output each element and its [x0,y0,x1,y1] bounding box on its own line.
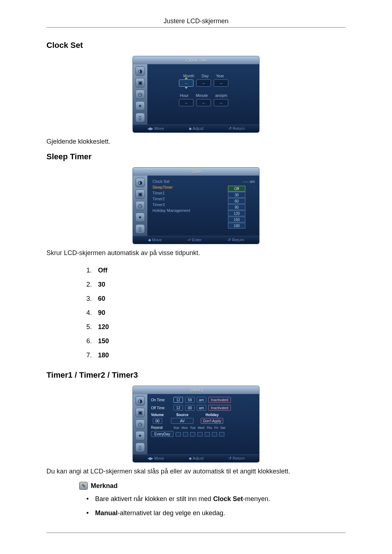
source-val[interactable]: AV [171,418,193,424]
opt-150[interactable]: 150 [228,217,245,222]
list-item: 30 [94,278,346,292]
bullet-item: Manual-alternativet lar deg velge en uke… [86,506,346,520]
label-minute: Minute [196,93,208,98]
field-hour[interactable]: -- [179,99,193,106]
field-minute[interactable]: -- [196,99,211,106]
holiday-head: Holiday [205,413,219,417]
day-wed[interactable] [197,432,203,436]
osd-timer1-title: Timer1 [189,387,203,393]
opt-30[interactable]: 30 [228,192,245,198]
footer-rule [46,533,346,533]
note-label: Merknad [91,482,118,490]
label-hour: Hour [180,93,189,98]
picture-icon[interactable]: ◑ [135,178,145,187]
osd-timer1: Timer1 ◑ ▣ ◷ ✦ ▯ On Time 12 59 am Inacti… [132,386,260,463]
osd-sidebar-icons: ◑ ▣ ◷ ✦ ▯ [133,176,147,236]
sleep-options-list: Off 30 60 90 120 150 180 [94,263,346,362]
footer-return: ↺ Return [228,456,245,461]
footer-move: ◀▶ Move [147,456,164,461]
opt-90[interactable]: 90 [228,204,245,210]
footer-enter: ⏎ Enter [188,238,201,242]
footer-adjust: ◆ Adjust [189,456,204,461]
repeat-label: Repeat [151,426,171,430]
off-time-label: Off Time [151,406,171,410]
volume-head: Volume [151,413,164,417]
off-minute[interactable]: 00 [185,405,195,411]
opt-180[interactable]: 180 [228,223,245,229]
off-ampm[interactable]: am [197,405,206,411]
bullet-item: Bare aktivert når klokken er stilt inn m… [86,492,346,506]
list-item: Off [94,263,346,278]
heading-clock-set: Clock Set [46,41,346,50]
list-item: 60 [94,292,346,306]
multi-icon[interactable]: ▯ [135,224,145,234]
opt-120[interactable]: 120 [228,210,245,216]
footer-adjust: ◆ Adjust [189,126,204,131]
osd-sidebar-icons: ◑ ▣ ◷ ✦ ▯ [133,394,147,454]
on-ampm[interactable]: am [197,397,206,403]
settings-icon[interactable]: ✦ [135,213,145,222]
source-head: Source [176,413,188,417]
heading-timer123: Timer1 / Timer2 / Timer3 [46,370,346,380]
volume-val[interactable]: 00 [153,418,162,424]
footer-move: ◆ Move [148,238,162,242]
sleep-option-dropdown[interactable]: Off 30 60 90 120 150 180 [228,186,245,229]
multi-icon[interactable]: ▯ [135,443,145,452]
field-year[interactable]: -- [214,79,228,87]
input-icon[interactable]: ▣ [135,408,145,417]
clock-icon[interactable]: ◷ [135,419,145,429]
on-time-label: On Time [151,398,171,402]
osd-clock-title: Clock Set [186,58,206,63]
settings-icon[interactable]: ✦ [135,431,145,440]
multi-icon[interactable]: ▯ [135,113,145,122]
list-item: 120 [94,320,346,334]
on-state[interactable]: Inactivated [208,397,231,403]
label-year: Year [216,74,224,78]
note-icon: ✎ [79,482,88,490]
day-fri[interactable] [212,432,217,436]
clock-caption: Gjeldende klokkeslett. [46,138,346,145]
day-thu[interactable] [205,432,210,436]
footer-return: ↺ Return [228,126,245,131]
picture-icon[interactable]: ◑ [135,396,145,406]
off-hour[interactable]: 12 [173,405,183,411]
page-header-title: Justere LCD-skjermen [46,17,346,25]
heading-sleep-timer: Sleep Timer [46,152,346,161]
on-minute[interactable]: 59 [185,397,195,403]
header-rule [46,27,346,28]
osd-sleep-timer: Time ◑ ▣ ◷ ✦ ▯ Clock Set --:-- am SleepT… [132,167,260,244]
repeat-val[interactable]: EveryDay [151,431,173,437]
sleep-caption: Skrur LCD-skjermen automatisk av på viss… [46,249,346,257]
timer-caption: Du kan angi at LCD-skjermen skal slås på… [46,468,346,475]
settings-icon[interactable]: ✦ [135,101,145,111]
clock-icon[interactable]: ◷ [135,90,145,99]
manual-page: Justere LCD-skjermen Clock Set Clock Set… [0,0,392,554]
label-day: Day [201,74,209,78]
input-icon[interactable]: ▣ [135,189,145,199]
field-day[interactable]: -- [196,79,211,87]
menu-clockset[interactable]: Clock Set --:-- am [151,178,256,184]
day-tue[interactable] [190,432,195,436]
picture-icon[interactable]: ◑ [135,66,145,76]
days-header: Sun Mon Tue Wed Thu Fri Sat [173,426,257,430]
opt-60[interactable]: 60 [228,198,245,204]
field-ampm[interactable]: -- [214,99,228,106]
field-month[interactable]: -- [179,79,193,87]
label-ampm: am/pm [215,93,228,98]
opt-off[interactable]: Off [228,186,245,192]
day-mon[interactable] [183,432,188,436]
day-sun[interactable] [176,432,181,436]
list-item: 150 [94,334,346,348]
osd-clock-set: Clock Set ◑ ▣ ◷ ✦ ▯ Month Day Year [132,56,260,133]
list-item: 90 [94,306,346,320]
footer-move: ◀▶ Move [147,126,164,131]
off-state[interactable]: Inactivated [208,405,231,411]
on-hour[interactable]: 12 [173,397,183,403]
note-bullets: Bare aktivert når klokken er stilt inn m… [86,492,346,520]
holiday-val[interactable]: Don't Apply [201,418,223,424]
osd-sidebar-icons: ◑ ▣ ◷ ✦ ▯ [133,64,147,124]
day-sat[interactable] [219,432,224,436]
clock-icon[interactable]: ◷ [135,201,145,210]
input-icon[interactable]: ▣ [135,78,145,87]
day-checkboxes[interactable] [176,432,224,436]
